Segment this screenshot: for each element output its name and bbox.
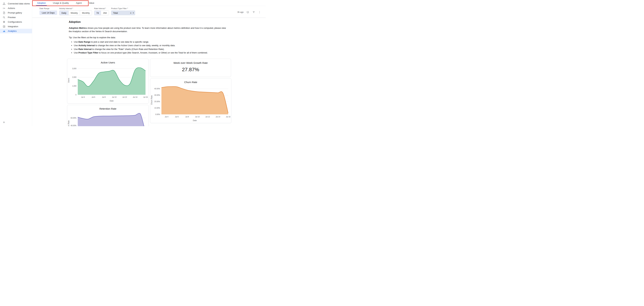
svg-text:20.00%: 20.00% [154, 101, 160, 103]
active-users-chart: 01,0002,0003,000Jul 4Jul 6Jul 8Jul 10Jul… [67, 65, 148, 103]
sidebar-item-label: Analytics [8, 30, 16, 32]
list-item: Use Rate Interval to change the view for… [74, 48, 266, 51]
sidebar-item-label: Actions [8, 7, 15, 9]
chart-title: Churn Rate [150, 81, 231, 84]
date-range-button[interactable]: Last 14 Days [40, 10, 57, 15]
list-item: Use Date Range to pick a start and end d… [74, 40, 266, 43]
svg-text:Jul 16: Jul 16 [226, 116, 230, 118]
sidebar-item-prompt-gallery[interactable]: Prompt gallery [0, 10, 32, 15]
refresh-icon [246, 11, 249, 13]
tab-usage-quality[interactable]: Usage & Quality [49, 0, 72, 6]
sidebar-item-label: Integration [8, 25, 18, 28]
intro-paragraph: Adoption Metrics shows you how people ar… [69, 26, 226, 33]
rate-interval-28d-button[interactable]: 28d [101, 11, 109, 15]
prompt-gallery-icon [2, 11, 6, 14]
activity-interval-toggle: Daily Weekly Monthly [59, 10, 92, 15]
product-type-filter-dropdown[interactable]: Total × ▾ [111, 10, 135, 15]
activity-interval-monthly-button[interactable]: Monthly [80, 11, 92, 15]
configurations-icon: ⚙ [2, 20, 6, 23]
activity-interval-label: Activity Interval * [59, 7, 92, 9]
sidebar: Connected data stores Actions Prompt gal… [0, 0, 32, 126]
tab-value[interactable]: Value [85, 0, 98, 6]
sidebar-item-label: Preview [8, 16, 16, 19]
growth-rate-card: Week over Week Growth Rate 27.87% [150, 59, 231, 77]
actions-icon [2, 7, 6, 10]
svg-text:2,000: 2,000 [72, 76, 76, 78]
data-stores-icon [2, 2, 6, 5]
sidebar-item-actions[interactable]: Actions [0, 6, 32, 10]
analytics-icon [2, 30, 6, 33]
svg-text:Jul 8: Jul 8 [102, 96, 106, 98]
svg-text:Jul 12: Jul 12 [205, 116, 210, 118]
churn-rate-card: Churn Rate 0.00%10.00%20.00%30.00%40.00%… [150, 78, 232, 123]
tab-agent[interactable]: Agent [72, 0, 85, 6]
product-type-filter-label: Product Type Filter * [111, 7, 135, 9]
svg-text:3,000: 3,000 [72, 68, 76, 70]
list-item: Use Activity Interval to change the view… [74, 44, 266, 47]
svg-text:Date: Date [110, 100, 114, 102]
charts-left-column: Active Users 01,0002,0003,000Jul 4Jul 6J… [67, 59, 149, 126]
sidebar-item-configurations[interactable]: ⚙ Configurations [0, 20, 32, 24]
collapse-sidebar-button[interactable] [2, 121, 6, 125]
sidebar-item-label: Configurations [8, 21, 22, 23]
last-refreshed-text: 3h ago [237, 11, 244, 13]
page-title: Adoption [69, 20, 266, 23]
svg-text:0.00%: 0.00% [155, 114, 160, 115]
chart-title: Week over Week Growth Rate [150, 61, 231, 64]
tip-text: Tip: Use the filters at the top to explo… [69, 36, 266, 39]
charts-grid: Active Users 01,0002,0003,000Jul 4Jul 6J… [67, 59, 266, 126]
charts-right-column: Week over Week Growth Rate 27.87% Churn … [150, 59, 232, 126]
svg-text:1,000: 1,000 [72, 85, 76, 87]
svg-text:Date: Date [193, 119, 197, 122]
svg-text:30.00%: 30.00% [154, 94, 160, 96]
refresh-button[interactable] [246, 10, 250, 14]
product-type-filter-value: Total [113, 12, 129, 14]
tab-bar: Adoption Usage & Quality Agent Value [32, 0, 266, 6]
activity-interval-daily-button[interactable]: Daily [60, 11, 68, 15]
sidebar-nav: Connected data stores Actions Prompt gal… [0, 1, 32, 33]
sidebar-item-label: Connected data stores [8, 2, 30, 5]
svg-text:Jul 6: Jul 6 [92, 96, 95, 98]
intro-rest-text: shows you how people are using the produ… [69, 27, 226, 33]
filter-icon [252, 11, 255, 13]
rate-interval-7d-button[interactable]: 7d [94, 11, 101, 15]
list-item: Use Product Type Filter to focus on one … [74, 51, 266, 54]
sidebar-item-analytics[interactable]: Analytics [0, 29, 32, 33]
svg-text:Jul 4: Jul 4 [81, 96, 85, 98]
filter-bar: Date Range Last 14 Days Activity Interva… [32, 6, 266, 18]
growth-rate-value: 27.87% [150, 67, 231, 72]
filter-button[interactable] [252, 10, 256, 14]
churn-rate-chart: 0.00%10.00%20.00%30.00%40.00%Jul 4Jul 6J… [150, 84, 231, 122]
kebab-menu-icon: ⋮ [258, 11, 261, 14]
product-type-filter-group: Product Type Filter * Total × ▾ [111, 7, 135, 15]
activity-interval-weekly-button[interactable]: Weekly [68, 11, 80, 15]
sidebar-item-preview[interactable]: Preview [0, 15, 32, 20]
svg-text:Jul 8: Jul 8 [185, 116, 189, 118]
more-options-button[interactable]: ⋮ [258, 10, 261, 14]
active-users-card: Active Users 01,0002,0003,000Jul 4Jul 6J… [67, 59, 149, 104]
svg-text:0: 0 [76, 94, 76, 96]
activity-interval-filter-group: Activity Interval * Daily Weekly Monthly [59, 7, 92, 15]
svg-text:Jul 14: Jul 14 [133, 96, 137, 98]
app-window: Connected data stores Actions Prompt gal… [0, 0, 266, 126]
filter-bar-actions: 3h ago ⋮ [237, 10, 261, 14]
sidebar-item-connected-data-stores[interactable]: Connected data stores [0, 1, 32, 6]
rate-interval-filter-group: Rate Interval * 7d 28d [94, 7, 109, 15]
content-area: Adoption Adoption Metrics shows you how … [32, 18, 266, 126]
tab-adoption[interactable]: Adoption [34, 0, 49, 6]
chevron-down-icon[interactable]: ▾ [133, 12, 134, 14]
svg-text:60.00%: 60.00% [71, 117, 76, 119]
sidebar-item-integration[interactable]: Integration [0, 24, 32, 29]
clear-filter-icon[interactable]: × [130, 12, 132, 14]
retention-rate-card: Retention Rate 0.00%20.00%40.00%60.00%Ju… [67, 105, 149, 126]
svg-text:40.00%: 40.00% [154, 88, 160, 90]
chart-title: Active Users [67, 61, 148, 64]
svg-text:Jul 16: Jul 16 [143, 96, 148, 98]
tips-list: Use Date Range to pick a start and end d… [74, 40, 266, 54]
svg-text:10.00%: 10.00% [154, 107, 160, 109]
svg-text:Jul 6: Jul 6 [175, 116, 179, 118]
svg-text:Jul 12: Jul 12 [122, 96, 127, 98]
svg-text:Jul 4: Jul 4 [165, 116, 168, 118]
sidebar-item-label: Prompt gallery [8, 11, 22, 14]
collapse-panel-icon [3, 121, 6, 124]
